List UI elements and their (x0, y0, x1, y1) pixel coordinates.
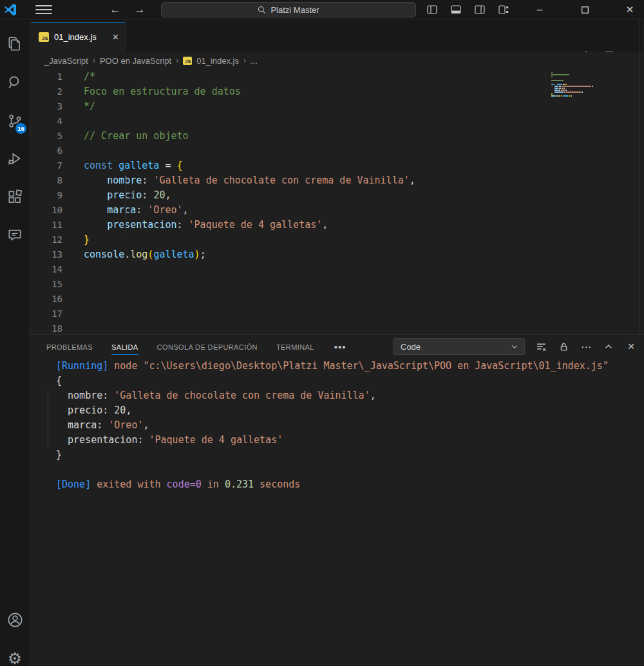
chevron-down-icon (511, 343, 518, 350)
code-line: 11 presentacion: 'Paquete de 4 galletas'… (30, 218, 639, 233)
line-number: 12 (30, 233, 73, 247)
extensions-icon[interactable] (0, 182, 30, 213)
accounts-icon[interactable] (0, 604, 30, 635)
chat-icon[interactable] (0, 219, 30, 250)
code-line: 6 (30, 144, 639, 158)
tab-01-index-js[interactable]: JS 01_index.js ✕ (31, 22, 126, 52)
tab-output[interactable]: SALIDA (111, 339, 138, 355)
line-number: 9 (30, 188, 73, 203)
code-line: [Running] node "c:\Users\diego\Desktop\P… (30, 359, 644, 374)
code-line: 8 nombre: 'Galleta de chocolate con crem… (30, 173, 639, 188)
toggle-panel-icon[interactable] (451, 5, 461, 15)
code-editor[interactable]: 1/*2Foco en estructura de datos3*/45// C… (30, 70, 639, 334)
lock-icon[interactable] (557, 340, 570, 353)
clear-output-icon[interactable] (535, 340, 547, 353)
run-debug-icon[interactable] (0, 143, 30, 174)
code-line: nombre: 'Galleta de chocolate con crema … (30, 388, 644, 403)
code-line: 13console.log(galleta); (30, 247, 639, 262)
tab-problems[interactable]: PROBLEMAS (46, 339, 93, 354)
source-control-badge: 16 (15, 123, 26, 134)
js-file-icon: JS (183, 57, 192, 65)
js-file-icon: JS (39, 32, 49, 42)
line-number: 3 (30, 99, 73, 114)
activity-bar: 16 ⚙ (0, 19, 30, 666)
tab-label: 01_index.js (54, 32, 97, 42)
code-line: marca: 'Oreo', (30, 418, 644, 433)
line-number: 18 (30, 321, 73, 334)
panel-more-actions-icon[interactable]: ⋯ (580, 340, 592, 353)
code-line: presentacion: 'Paquete de 4 galletas' (30, 433, 644, 448)
vscode-logo-icon (3, 3, 17, 17)
settings-gear-icon[interactable]: ⚙ (0, 643, 30, 666)
code-line: 10 marca: 'Oreo', (30, 203, 639, 218)
line-number: 13 (30, 247, 73, 262)
chevron-right-icon: › (93, 56, 95, 65)
title-bar: ← → Platzi Master – ✕ (0, 0, 644, 19)
search-sidebar-icon[interactable] (0, 67, 30, 98)
tab-close-icon[interactable]: ✕ (112, 32, 119, 42)
explorer-icon[interactable] (0, 28, 30, 59)
maximize-button[interactable] (572, 0, 598, 19)
menu-icon[interactable] (35, 5, 52, 14)
output-channel-select[interactable]: Code (393, 338, 525, 355)
line-number: 2 (30, 84, 73, 99)
toggle-secondary-sidebar-icon[interactable] (475, 5, 485, 15)
forward-arrow-icon[interactable]: → (131, 2, 149, 17)
editor-lines: 1/*2Foco en estructura de datos3*/45// C… (30, 70, 639, 334)
code-line: 2Foco en estructura de datos (30, 84, 639, 99)
code-line: [Done] exited with code=0 in 0.231 secon… (30, 477, 644, 492)
back-arrow-icon[interactable]: ← (106, 2, 124, 17)
indent-guide (126, 173, 126, 233)
code-line: 12} (30, 233, 639, 247)
toggle-sidebar-icon[interactable] (427, 5, 437, 15)
code-line: 15 (30, 277, 639, 292)
indent-guide (48, 388, 48, 448)
command-center-search[interactable]: Platzi Master (161, 2, 416, 17)
customize-layout-icon[interactable] (498, 5, 509, 15)
line-number: 17 (30, 307, 73, 321)
minimap-content (551, 72, 607, 106)
output-lines: [Running] node "c:\Users\diego\Desktop\P… (30, 359, 644, 492)
minimize-button[interactable]: – (527, 0, 553, 19)
code-line: 9 precio: 20, (30, 188, 639, 203)
bottom-panel: PROBLEMAS SALIDA CONSOLA DE DEPURACIÓN T… (30, 334, 644, 666)
panel-header: PROBLEMAS SALIDA CONSOLA DE DEPURACIÓN T… (30, 335, 644, 359)
code-line: { (30, 374, 644, 388)
tab-terminal[interactable]: TERMINAL (276, 339, 314, 354)
code-line: 3*/ (30, 99, 639, 114)
line-number: 6 (30, 144, 73, 158)
code-line: 5// Crear un objeto (30, 129, 639, 144)
breadcrumb-item[interactable]: _JavaScript (44, 56, 88, 66)
breadcrumb-item[interactable]: ... (251, 56, 258, 66)
line-number: 8 (30, 173, 73, 188)
breadcrumb: _JavaScript › POO en JavaScript › JS 01_… (30, 52, 639, 70)
maximize-panel-icon[interactable] (602, 340, 615, 353)
code-line: 18 (30, 321, 639, 334)
line-number: 16 (30, 292, 73, 307)
output-console[interactable]: [Running] node "c:\Users\diego\Desktop\P… (30, 359, 644, 665)
code-line: 16 (30, 292, 639, 307)
code-line: precio: 20, (30, 403, 644, 418)
chevron-right-icon: › (243, 56, 246, 65)
chevron-right-icon: › (176, 56, 178, 65)
breadcrumb-item[interactable]: POO en JavaScript (100, 56, 171, 66)
source-control-icon[interactable]: 16 (0, 106, 30, 137)
output-channel-value: Code (401, 342, 421, 352)
breadcrumb-item[interactable]: 01_index.js (196, 56, 239, 66)
close-panel-icon[interactable]: ✕ (625, 340, 638, 353)
line-number: 4 (30, 114, 73, 129)
line-number: 14 (30, 262, 73, 277)
code-line: 17 (30, 307, 639, 321)
tab-debug-console[interactable]: CONSOLA DE DEPURACIÓN (157, 339, 258, 354)
close-window-button[interactable]: ✕ (617, 0, 643, 19)
line-number: 10 (30, 203, 73, 218)
line-number: 11 (30, 218, 73, 233)
code-line: } (30, 448, 644, 462)
line-number: 5 (30, 129, 73, 144)
minimap[interactable] (551, 72, 607, 107)
search-icon (258, 6, 266, 14)
panel-more-tabs-icon[interactable]: ••• (334, 341, 346, 352)
code-line: 4 (30, 114, 639, 129)
code-line (30, 462, 644, 477)
line-number: 15 (30, 277, 73, 292)
